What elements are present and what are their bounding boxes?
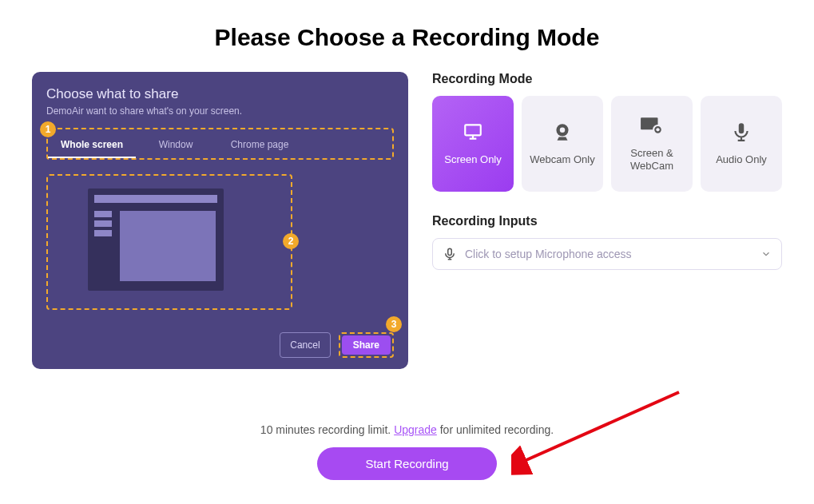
chevron-down-icon (760, 248, 772, 260)
svg-rect-0 (465, 125, 481, 136)
step-badge-3: 3 (386, 316, 402, 332)
recording-mode-cards: Screen Only Webcam Only Screen & WebCam (432, 96, 782, 192)
share-button[interactable]: Share (342, 335, 391, 355)
upgrade-link[interactable]: Upgrade (394, 423, 437, 436)
tab-whole-screen[interactable]: Whole screen (48, 134, 136, 158)
start-recording-button[interactable]: Start Recording (317, 447, 496, 480)
tab-chrome-page[interactable]: Chrome page (216, 134, 304, 158)
thumb-bar (94, 211, 112, 217)
mode-card-label: Webcam Only (530, 153, 594, 166)
limit-post: for unlimited recording. (437, 423, 554, 436)
svg-rect-6 (739, 123, 745, 133)
webcam-icon (550, 121, 574, 142)
mode-card-label: Screen & WebCam (611, 147, 693, 172)
thumb-bar (94, 230, 112, 236)
microphone-select[interactable]: Click to setup Microphone access (432, 238, 782, 270)
step-badge-2: 2 (283, 233, 299, 249)
share-picker-panel: Choose what to share DemoAir want to sha… (32, 72, 408, 369)
cancel-button[interactable]: Cancel (280, 332, 330, 358)
mode-card-audio-only[interactable]: Audio Only (701, 96, 782, 192)
thumb-bar (94, 195, 217, 203)
mode-card-webcam-only[interactable]: Webcam Only (522, 96, 603, 192)
share-preview-highlight: 2 (46, 174, 292, 310)
recording-mode-label: Recording Mode (432, 72, 782, 86)
thumb-bar (94, 220, 112, 227)
mode-card-screen-only[interactable]: Screen Only (432, 96, 514, 192)
thumb-panel (120, 211, 216, 281)
monitor-icon (461, 121, 485, 142)
microphone-icon (443, 247, 457, 261)
footer: 10 minutes recording limit. Upgrade for … (0, 423, 814, 480)
mode-card-screen-webcam[interactable]: Screen & WebCam (611, 96, 693, 192)
share-tabs-highlight: 1 Whole screen Window Chrome page (46, 128, 394, 160)
share-button-highlight: Share (339, 332, 394, 358)
svg-point-2 (560, 128, 566, 133)
tab-window[interactable]: Window (136, 134, 216, 158)
screen-thumbnail[interactable] (88, 189, 224, 291)
share-picker-heading: Choose what to share (46, 86, 394, 102)
svg-rect-7 (448, 248, 452, 255)
step-badge-1: 1 (40, 121, 56, 137)
microphone-placeholder: Click to setup Microphone access (465, 248, 632, 260)
mode-card-label: Audio Only (716, 153, 767, 166)
share-picker-subtext: DemoAir want to share what's on your scr… (46, 105, 394, 117)
screen-webcam-icon (640, 115, 664, 136)
limit-pre: 10 minutes recording limit. (260, 423, 394, 436)
svg-point-5 (656, 129, 659, 132)
recording-inputs-label: Recording Inputs (432, 214, 782, 228)
limit-text: 10 minutes recording limit. Upgrade for … (0, 423, 814, 436)
page-title: Please Choose a Recording Mode (32, 24, 782, 51)
mode-card-label: Screen Only (444, 153, 502, 166)
microphone-icon (729, 121, 753, 142)
